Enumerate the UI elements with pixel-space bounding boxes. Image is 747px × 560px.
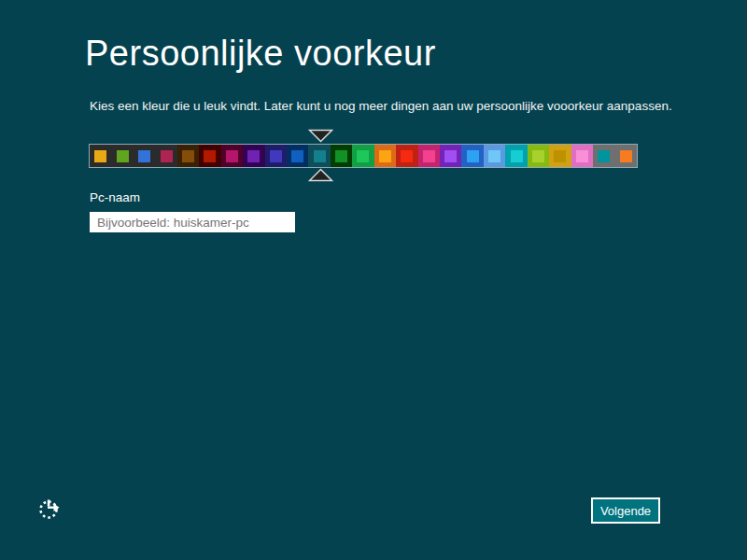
color-cell[interactable] [528,145,549,167]
color-cell[interactable] [615,145,637,167]
color-cell[interactable] [90,145,111,167]
accent-swatch [620,150,632,162]
accent-swatch [161,150,173,162]
color-cell[interactable] [352,145,374,167]
color-cell[interactable] [221,145,243,167]
accent-swatch [335,150,347,162]
slider-marker-up-icon[interactable] [308,168,333,182]
accent-swatch [357,150,369,162]
accent-swatch [576,150,588,162]
accent-swatch [226,150,238,162]
color-cell[interactable] [265,145,287,167]
color-cell[interactable] [418,145,440,167]
ease-of-access-icon[interactable] [37,497,62,521]
pc-name-label: Pc-naam [90,190,140,204]
accent-swatch [379,150,391,162]
accent-swatch [423,150,435,162]
color-cell[interactable] [461,145,483,167]
accent-swatch [444,150,457,162]
page-title: Persoonlijke voorkeur [85,34,436,74]
color-cell[interactable] [571,145,593,167]
color-cell[interactable] [505,145,527,167]
accent-swatch [291,150,303,162]
pc-name-input[interactable] [90,212,295,232]
color-cell[interactable] [287,145,308,167]
accent-swatch [314,150,326,162]
color-cell[interactable] [177,145,199,167]
accent-swatch [117,150,129,162]
color-cell[interactable] [549,145,571,167]
accent-swatch [467,150,479,162]
color-cell-selected[interactable] [308,145,330,167]
color-cell[interactable] [440,145,461,167]
color-cell[interactable] [396,145,417,167]
color-cell[interactable] [374,145,396,167]
color-cell[interactable] [199,145,220,167]
color-cell[interactable] [331,145,352,167]
color-cell[interactable] [243,145,264,167]
color-cell[interactable] [484,145,505,167]
slider-marker-down-icon[interactable] [308,129,333,143]
color-cell[interactable] [134,145,155,167]
color-cell[interactable] [155,145,176,167]
color-cell[interactable] [111,145,133,167]
color-strip[interactable] [89,144,638,168]
accent-swatch [488,150,500,162]
accent-swatch [204,150,216,162]
accent-swatch [94,150,106,162]
accent-swatch [401,150,413,162]
personalize-screen: Persoonlijke voorkeur Kies een kleur die… [0,0,747,560]
accent-swatch [247,150,260,162]
accent-swatch [598,150,610,162]
accent-swatch [532,150,544,162]
accent-swatch [554,150,566,162]
next-button[interactable]: Volgende [591,497,660,524]
color-cell[interactable] [593,145,614,167]
accent-swatch [138,150,150,162]
instruction-text: Kies een kleur die u leuk vindt. Later k… [90,99,672,113]
accent-swatch [511,150,523,162]
accent-swatch [270,150,282,162]
accent-swatch [182,150,194,162]
